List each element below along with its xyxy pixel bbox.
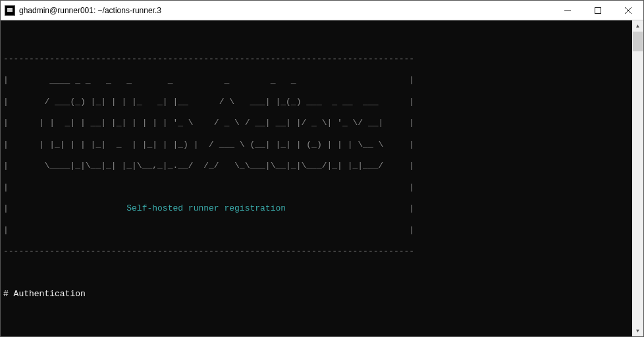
app-icon <box>5 5 15 16</box>
blank-line <box>3 332 630 336</box>
terminal-window: ghadmin@runner001: ~/actions-runner.3 --… <box>0 0 644 337</box>
scrollbar-thumb[interactable] <box>633 32 643 51</box>
minimize-button[interactable] <box>552 1 583 20</box>
banner-subtitle-line: | Self-hosted runner registration | <box>3 203 630 214</box>
banner-line: | ____ _ _ _ _ _ _ _ _ | <box>3 75 630 86</box>
scrollbar[interactable]: ▲ ▼ <box>632 20 643 336</box>
titlebar[interactable]: ghadmin@runner001: ~/actions-runner.3 <box>1 1 643 20</box>
blank-line <box>3 311 630 321</box>
window-title: ghadmin@runner001: ~/actions-runner.3 <box>19 6 552 15</box>
banner-pipe-right: | <box>286 203 414 213</box>
scrollbar-up-arrow[interactable]: ▲ <box>632 20 643 32</box>
banner-border-bottom: ----------------------------------------… <box>3 246 630 257</box>
content-area: ----------------------------------------… <box>1 20 643 336</box>
blank-line <box>3 268 630 278</box>
banner-line: | / ___(_) |_| | | |_ _| |__ / \ ___| |_… <box>3 97 630 107</box>
banner-border-top: ----------------------------------------… <box>3 54 630 65</box>
blank-line <box>3 32 630 43</box>
window-controls <box>552 1 643 20</box>
maximize-button[interactable] <box>583 1 613 20</box>
banner-pipe-left: | <box>3 203 126 213</box>
banner-line: | | | _| | __| |_| | | | | '_ \ / _ \ / … <box>3 118 630 128</box>
banner-line: | | <box>3 182 630 193</box>
section-authentication: # Authentication <box>3 289 630 299</box>
close-button[interactable] <box>613 1 643 20</box>
banner-line: | | <box>3 225 630 236</box>
svg-rect-1 <box>595 7 601 13</box>
terminal-output[interactable]: ----------------------------------------… <box>1 20 632 336</box>
scrollbar-down-arrow[interactable]: ▼ <box>632 325 643 336</box>
banner-subtitle: Self-hosted runner registration <box>126 203 286 213</box>
banner-line: | \____|_|\__|_| |_|\__,_|_.__/ /_/ \_\_… <box>3 161 630 171</box>
banner-line: | | |_| | | |_| _ | |_| | |_) | / ___ \ … <box>3 140 630 150</box>
